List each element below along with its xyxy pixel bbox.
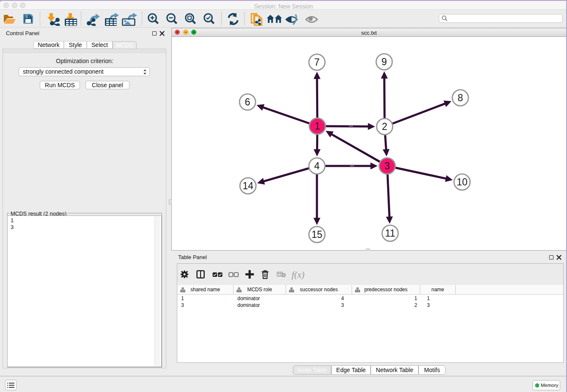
svg-text:3: 3	[385, 160, 390, 171]
svg-text:2: 2	[382, 121, 388, 132]
svg-text:6: 6	[245, 97, 250, 108]
svg-text:7: 7	[314, 57, 320, 68]
svg-text:1: 1	[315, 121, 320, 132]
svg-text:15: 15	[311, 229, 322, 240]
svg-text:9: 9	[382, 56, 387, 67]
svg-text:11: 11	[385, 228, 395, 239]
svg-text:4: 4	[314, 160, 320, 171]
svg-text:14: 14	[242, 180, 253, 191]
svg-text:8: 8	[458, 92, 463, 103]
svg-text:10: 10	[457, 177, 468, 188]
